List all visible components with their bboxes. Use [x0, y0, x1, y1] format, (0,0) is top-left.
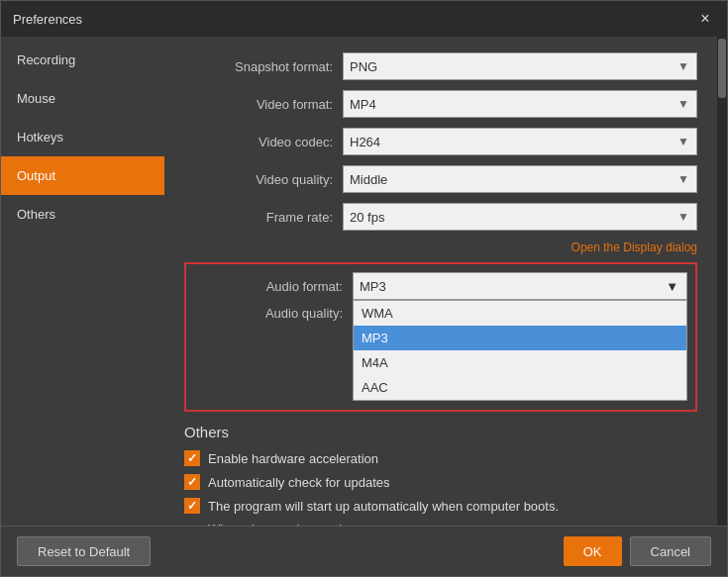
frame-rate-select[interactable]: 15 fps 20 fps 25 fps 30 fps — [343, 203, 697, 231]
video-codec-label: Video codec: — [184, 135, 343, 149]
sidebar: Recording Mouse Hotkeys Output Others — [1, 37, 164, 526]
snapshot-format-select[interactable]: PNG JPG BMP — [343, 52, 697, 80]
video-format-select-wrapper: MP4 AVI MOV ▼ — [343, 90, 697, 118]
sidebar-item-others[interactable]: Others — [1, 195, 164, 234]
dropdown-option-wma[interactable]: WMA — [354, 301, 686, 326]
video-codec-select[interactable]: H264 H265 — [343, 128, 697, 155]
audio-format-select-wrapper: MP3 ▼ WMA MP3 M4A AAC — [353, 272, 687, 300]
video-quality-label: Video quality: — [184, 172, 343, 187]
dropdown-option-mp3[interactable]: MP3 — [354, 326, 686, 350]
others-title: Others — [184, 424, 697, 440]
video-quality-select[interactable]: Low Middle High — [343, 165, 697, 193]
hardware-acceleration-checkbox[interactable] — [184, 450, 200, 466]
frame-rate-select-wrapper: 15 fps 20 fps 25 fps 30 fps ▼ — [343, 203, 697, 231]
frame-rate-row: Frame rate: 15 fps 20 fps 25 fps 30 fps … — [184, 203, 697, 231]
sidebar-item-hotkeys[interactable]: Hotkeys — [1, 118, 164, 156]
ok-button[interactable]: OK — [564, 536, 622, 566]
video-quality-row: Video quality: Low Middle High ▼ — [184, 165, 697, 193]
footer-right: OK Cancel — [564, 536, 711, 566]
video-format-row: Video format: MP4 AVI MOV ▼ — [184, 90, 697, 118]
sidebar-item-output[interactable]: Output — [1, 156, 164, 195]
hardware-acceleration-row: Enable hardware acceleration — [184, 450, 697, 466]
close-button[interactable]: × — [695, 9, 715, 29]
audio-section: Audio format: MP3 ▼ WMA MP3 M4A AAC — [184, 262, 697, 412]
preferences-dialog: Preferences × Recording Mouse Hotkeys Ou… — [0, 0, 728, 577]
open-display-dialog-link[interactable]: Open the Display dialog — [184, 240, 697, 254]
others-section: Others Enable hardware acceleration Auto… — [184, 424, 697, 526]
video-quality-select-wrapper: Low Middle High ▼ — [343, 165, 697, 193]
audio-format-label: Audio format: — [194, 279, 353, 294]
video-codec-row: Video codec: H264 H265 ▼ — [184, 128, 697, 155]
audio-format-display[interactable]: MP3 ▼ — [353, 272, 687, 300]
video-format-select[interactable]: MP4 AVI MOV — [343, 90, 697, 118]
scrollbar[interactable] — [717, 37, 727, 526]
frame-rate-label: Frame rate: — [184, 210, 343, 225]
snapshot-format-label: Snapshot format: — [184, 59, 343, 74]
auto-check-updates-label: Automatically check for updates — [208, 475, 390, 490]
audio-quality-label: Audio quality: — [194, 306, 353, 321]
cancel-button[interactable]: Cancel — [630, 536, 711, 566]
dropdown-option-m4a[interactable]: M4A — [354, 350, 686, 375]
sidebar-item-mouse[interactable]: Mouse — [1, 79, 164, 118]
dialog-title: Preferences — [13, 12, 82, 27]
snapshot-format-row: Snapshot format: PNG JPG BMP ▼ — [184, 52, 697, 80]
auto-check-updates-checkbox[interactable] — [184, 474, 200, 490]
reset-to-default-button[interactable]: Reset to Default — [17, 536, 151, 566]
main-panel: Snapshot format: PNG JPG BMP ▼ Video for… — [164, 37, 717, 526]
audio-format-row: Audio format: MP3 ▼ WMA MP3 M4A AAC — [194, 272, 687, 300]
auto-start-row: The program will start up automatically … — [184, 498, 697, 514]
hardware-acceleration-label: Enable hardware acceleration — [208, 451, 378, 466]
auto-check-updates-row: Automatically check for updates — [184, 474, 697, 490]
audio-format-arrow-icon: ▼ — [666, 279, 678, 294]
dialog-content: Recording Mouse Hotkeys Output Others Sn… — [1, 37, 727, 526]
scrollbar-thumb[interactable] — [718, 39, 726, 98]
video-codec-select-wrapper: H264 H265 ▼ — [343, 128, 697, 155]
title-bar: Preferences × — [1, 1, 727, 37]
auto-start-checkbox[interactable] — [184, 498, 200, 514]
audio-format-dropdown: WMA MP3 M4A AAC — [353, 300, 687, 401]
dropdown-option-aac[interactable]: AAC — [354, 375, 686, 400]
auto-start-label: The program will start up automatically … — [208, 499, 559, 514]
snapshot-format-select-wrapper: PNG JPG BMP ▼ — [343, 52, 697, 80]
footer: Reset to Default OK Cancel — [1, 526, 727, 576]
sidebar-item-recording[interactable]: Recording — [1, 41, 164, 79]
video-format-label: Video format: — [184, 97, 343, 112]
